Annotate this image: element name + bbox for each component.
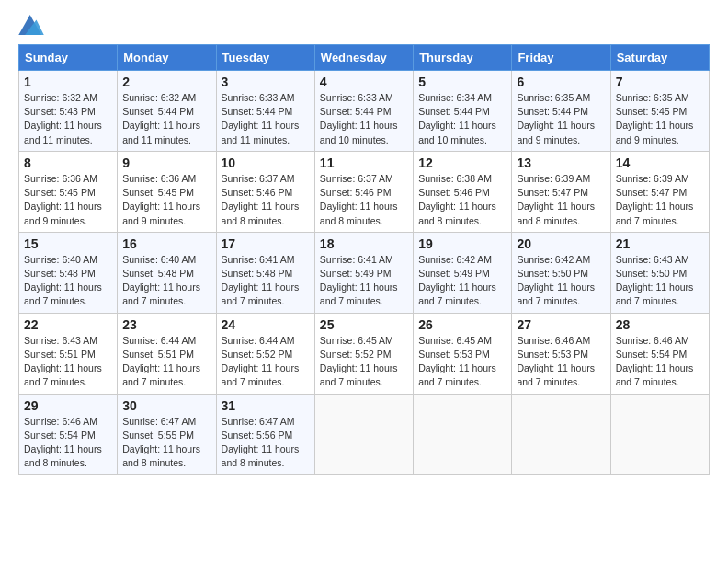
calendar-cell: 27Sunrise: 6:46 AMSunset: 5:53 PMDayligh… — [512, 313, 610, 394]
day-number: 10 — [222, 155, 310, 170]
calendar-cell: 8Sunrise: 6:36 AMSunset: 5:45 PMDaylight… — [19, 151, 118, 232]
day-info: Sunrise: 6:47 AMSunset: 5:55 PMDaylight:… — [122, 415, 210, 471]
calendar-cell: 12Sunrise: 6:38 AMSunset: 5:46 PMDayligh… — [414, 151, 512, 232]
day-info: Sunrise: 6:43 AMSunset: 5:51 PMDaylight:… — [24, 334, 112, 390]
day-info: Sunrise: 6:37 AMSunset: 5:46 PMDaylight:… — [222, 172, 310, 228]
day-info: Sunrise: 6:37 AMSunset: 5:46 PMDaylight:… — [320, 172, 408, 228]
calendar-week-4: 22Sunrise: 6:43 AMSunset: 5:51 PMDayligh… — [19, 313, 710, 394]
calendar-cell: 24Sunrise: 6:44 AMSunset: 5:52 PMDayligh… — [216, 313, 314, 394]
day-info: Sunrise: 6:34 AMSunset: 5:44 PMDaylight:… — [418, 91, 506, 147]
day-number: 26 — [418, 317, 506, 332]
calendar-cell: 26Sunrise: 6:45 AMSunset: 5:53 PMDayligh… — [414, 313, 512, 394]
day-number: 29 — [24, 398, 112, 413]
calendar-cell: 15Sunrise: 6:40 AMSunset: 5:48 PMDayligh… — [19, 232, 118, 313]
day-info: Sunrise: 6:40 AMSunset: 5:48 PMDaylight:… — [24, 253, 112, 309]
day-info: Sunrise: 6:46 AMSunset: 5:53 PMDaylight:… — [517, 334, 605, 390]
day-number: 30 — [122, 398, 210, 413]
calendar-cell: 30Sunrise: 6:47 AMSunset: 5:55 PMDayligh… — [118, 394, 216, 475]
day-number: 11 — [320, 155, 408, 170]
calendar-cell: 21Sunrise: 6:43 AMSunset: 5:50 PMDayligh… — [610, 232, 709, 313]
day-info: Sunrise: 6:46 AMSunset: 5:54 PMDaylight:… — [24, 415, 112, 471]
day-info: Sunrise: 6:36 AMSunset: 5:45 PMDaylight:… — [24, 172, 112, 228]
calendar-cell — [610, 394, 709, 475]
day-info: Sunrise: 6:35 AMSunset: 5:45 PMDaylight:… — [616, 91, 704, 147]
day-info: Sunrise: 6:43 AMSunset: 5:50 PMDaylight:… — [616, 253, 704, 309]
day-number: 21 — [616, 236, 704, 251]
calendar-week-3: 15Sunrise: 6:40 AMSunset: 5:48 PMDayligh… — [19, 232, 710, 313]
day-number: 23 — [122, 317, 210, 332]
day-info: Sunrise: 6:35 AMSunset: 5:44 PMDaylight:… — [517, 91, 605, 147]
day-info: Sunrise: 6:44 AMSunset: 5:51 PMDaylight:… — [122, 334, 210, 390]
weekday-header-tuesday: Tuesday — [216, 45, 314, 71]
day-number: 2 — [122, 75, 210, 89]
day-info: Sunrise: 6:39 AMSunset: 5:47 PMDaylight:… — [517, 172, 605, 228]
day-info: Sunrise: 6:36 AMSunset: 5:45 PMDaylight:… — [122, 172, 210, 228]
logo — [18, 15, 46, 35]
calendar-cell: 22Sunrise: 6:43 AMSunset: 5:51 PMDayligh… — [19, 313, 118, 394]
day-number: 14 — [616, 155, 704, 170]
day-info: Sunrise: 6:45 AMSunset: 5:53 PMDaylight:… — [418, 334, 506, 390]
day-info: Sunrise: 6:40 AMSunset: 5:48 PMDaylight:… — [122, 253, 210, 309]
calendar-cell: 1Sunrise: 6:32 AMSunset: 5:43 PMDaylight… — [19, 71, 118, 152]
day-number: 25 — [320, 317, 408, 332]
day-number: 24 — [222, 317, 310, 332]
day-info: Sunrise: 6:42 AMSunset: 5:50 PMDaylight:… — [517, 253, 605, 309]
weekday-header-friday: Friday — [512, 45, 610, 71]
weekday-header-wednesday: Wednesday — [314, 45, 413, 71]
day-number: 5 — [418, 75, 506, 89]
day-number: 12 — [418, 155, 506, 170]
day-number: 31 — [222, 398, 310, 413]
calendar-week-5: 29Sunrise: 6:46 AMSunset: 5:54 PMDayligh… — [19, 394, 710, 475]
calendar-cell: 16Sunrise: 6:40 AMSunset: 5:48 PMDayligh… — [118, 232, 216, 313]
weekday-header-sunday: Sunday — [19, 45, 118, 71]
day-info: Sunrise: 6:46 AMSunset: 5:54 PMDaylight:… — [616, 334, 704, 390]
calendar-cell: 31Sunrise: 6:47 AMSunset: 5:56 PMDayligh… — [216, 394, 314, 475]
calendar-table: SundayMondayTuesdayWednesdayThursdayFrid… — [18, 44, 710, 475]
calendar-cell: 28Sunrise: 6:46 AMSunset: 5:54 PMDayligh… — [610, 313, 709, 394]
day-info: Sunrise: 6:33 AMSunset: 5:44 PMDaylight:… — [222, 91, 310, 147]
day-number: 20 — [517, 236, 605, 251]
calendar-cell: 14Sunrise: 6:39 AMSunset: 5:47 PMDayligh… — [610, 151, 709, 232]
day-number: 4 — [320, 75, 408, 89]
calendar-cell: 18Sunrise: 6:41 AMSunset: 5:49 PMDayligh… — [314, 232, 413, 313]
day-number: 15 — [24, 236, 112, 251]
day-info: Sunrise: 6:32 AMSunset: 5:43 PMDaylight:… — [24, 91, 112, 147]
day-info: Sunrise: 6:41 AMSunset: 5:49 PMDaylight:… — [320, 253, 408, 309]
day-info: Sunrise: 6:45 AMSunset: 5:52 PMDaylight:… — [320, 334, 408, 390]
calendar-cell — [512, 394, 610, 475]
day-info: Sunrise: 6:44 AMSunset: 5:52 PMDaylight:… — [222, 334, 310, 390]
calendar-cell: 20Sunrise: 6:42 AMSunset: 5:50 PMDayligh… — [512, 232, 610, 313]
calendar-cell — [314, 394, 413, 475]
day-info: Sunrise: 6:33 AMSunset: 5:44 PMDaylight:… — [320, 91, 408, 147]
day-number: 19 — [418, 236, 506, 251]
calendar-cell: 3Sunrise: 6:33 AMSunset: 5:44 PMDaylight… — [216, 71, 314, 152]
calendar-cell: 19Sunrise: 6:42 AMSunset: 5:49 PMDayligh… — [414, 232, 512, 313]
calendar-cell: 6Sunrise: 6:35 AMSunset: 5:44 PMDaylight… — [512, 71, 610, 152]
calendar-cell: 9Sunrise: 6:36 AMSunset: 5:45 PMDaylight… — [118, 151, 216, 232]
calendar-cell: 2Sunrise: 6:32 AMSunset: 5:44 PMDaylight… — [118, 71, 216, 152]
calendar-cell: 5Sunrise: 6:34 AMSunset: 5:44 PMDaylight… — [414, 71, 512, 152]
day-number: 18 — [320, 236, 408, 251]
day-number: 1 — [24, 75, 112, 89]
calendar-cell: 4Sunrise: 6:33 AMSunset: 5:44 PMDaylight… — [314, 71, 413, 152]
day-number: 9 — [122, 155, 210, 170]
calendar-cell: 10Sunrise: 6:37 AMSunset: 5:46 PMDayligh… — [216, 151, 314, 232]
calendar-cell — [414, 394, 512, 475]
calendar-week-1: 1Sunrise: 6:32 AMSunset: 5:43 PMDaylight… — [19, 71, 710, 152]
header — [18, 15, 710, 35]
logo-icon — [18, 15, 44, 35]
day-info: Sunrise: 6:41 AMSunset: 5:48 PMDaylight:… — [222, 253, 310, 309]
day-info: Sunrise: 6:42 AMSunset: 5:49 PMDaylight:… — [418, 253, 506, 309]
day-number: 17 — [222, 236, 310, 251]
calendar-cell: 13Sunrise: 6:39 AMSunset: 5:47 PMDayligh… — [512, 151, 610, 232]
day-number: 22 — [24, 317, 112, 332]
day-info: Sunrise: 6:47 AMSunset: 5:56 PMDaylight:… — [222, 415, 310, 471]
weekday-header-saturday: Saturday — [610, 45, 709, 71]
calendar-cell: 11Sunrise: 6:37 AMSunset: 5:46 PMDayligh… — [314, 151, 413, 232]
calendar-week-2: 8Sunrise: 6:36 AMSunset: 5:45 PMDaylight… — [19, 151, 710, 232]
day-number: 8 — [24, 155, 112, 170]
calendar-cell: 7Sunrise: 6:35 AMSunset: 5:45 PMDaylight… — [610, 71, 709, 152]
day-number: 28 — [616, 317, 704, 332]
weekday-header-thursday: Thursday — [414, 45, 512, 71]
day-number: 27 — [517, 317, 605, 332]
